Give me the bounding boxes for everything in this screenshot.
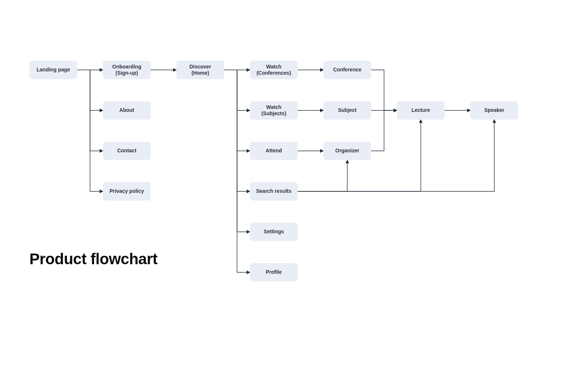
node-subject: Subject — [323, 101, 371, 120]
edge-search-to-organizer — [298, 160, 347, 191]
edge-landing-to-privacy — [90, 70, 103, 191]
node-speaker: Speaker — [470, 101, 518, 120]
node-profile: Profile — [250, 263, 298, 282]
edge-landing-to-about — [90, 70, 103, 110]
node-contact: Contact — [103, 142, 151, 160]
edge-conference-to-lecture — [371, 70, 397, 110]
node-search: Search results — [250, 182, 298, 201]
node-lecture: Lecture — [397, 101, 445, 120]
diagram-title: Product flowchart — [29, 250, 158, 268]
node-privacy: Privacy policy — [103, 182, 151, 201]
node-about: About — [103, 101, 151, 120]
edge-organizer-to-lecture — [371, 110, 397, 151]
flowchart-canvas: Product flowchart Landing pageOnboarding… — [0, 0, 588, 368]
edge-discover-to-search — [237, 70, 250, 191]
node-organizer: Organizer — [323, 142, 371, 160]
node-watch_conf: Watch (Conferences) — [250, 61, 298, 79]
edge-discover-to-profile — [237, 70, 250, 272]
edge-discover-to-watch_subj — [237, 70, 250, 110]
node-attend: Attend — [250, 142, 298, 160]
node-discover: Discover (Home) — [176, 61, 224, 79]
node-onboarding: Onboarding (Sign-up) — [103, 61, 151, 79]
node-settings: Settings — [250, 223, 298, 241]
node-landing: Landing page — [29, 61, 77, 79]
node-conference: Conference — [323, 61, 371, 79]
node-watch_subj: Watch (Subjects) — [250, 101, 298, 120]
